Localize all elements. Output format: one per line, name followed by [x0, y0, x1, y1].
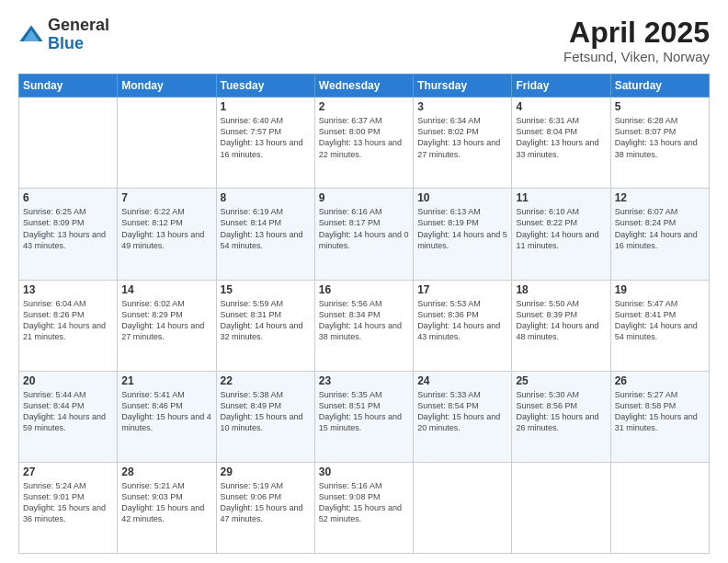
day-info: Sunrise: 6:13 AM Sunset: 8:19 PM Dayligh…: [417, 206, 507, 251]
calendar-cell: 25Sunrise: 5:30 AM Sunset: 8:56 PM Dayli…: [512, 371, 610, 462]
calendar-cell: 14Sunrise: 6:02 AM Sunset: 8:29 PM Dayli…: [118, 280, 216, 371]
day-number: 23: [319, 374, 409, 387]
logo-text: General Blue: [48, 17, 109, 53]
day-number: 29: [221, 465, 311, 478]
day-info: Sunrise: 6:31 AM Sunset: 8:04 PM Dayligh…: [516, 115, 606, 160]
calendar-cell: 18Sunrise: 5:50 AM Sunset: 8:39 PM Dayli…: [512, 280, 610, 371]
col-wednesday: Wednesday: [314, 75, 413, 98]
col-saturday: Saturday: [610, 75, 709, 98]
day-info: Sunrise: 5:16 AM Sunset: 9:08 PM Dayligh…: [319, 480, 409, 525]
day-number: 11: [516, 191, 606, 204]
day-info: Sunrise: 6:02 AM Sunset: 8:29 PM Dayligh…: [121, 298, 211, 343]
day-info: Sunrise: 6:10 AM Sunset: 8:22 PM Dayligh…: [516, 206, 606, 251]
day-number: 25: [516, 374, 606, 387]
calendar-cell: 3Sunrise: 6:34 AM Sunset: 8:02 PM Daylig…: [414, 98, 512, 189]
day-number: 12: [615, 191, 705, 204]
calendar-week-row: 1Sunrise: 6:40 AM Sunset: 7:57 PM Daylig…: [19, 98, 710, 189]
calendar-cell: 26Sunrise: 5:27 AM Sunset: 8:58 PM Dayli…: [610, 371, 709, 462]
day-number: 16: [319, 283, 409, 296]
calendar-cell: 15Sunrise: 5:59 AM Sunset: 8:31 PM Dayli…: [216, 280, 314, 371]
calendar-cell: [414, 462, 512, 553]
day-number: 30: [319, 465, 409, 478]
day-info: Sunrise: 5:38 AM Sunset: 8:49 PM Dayligh…: [221, 389, 311, 434]
calendar-cell: 28Sunrise: 5:21 AM Sunset: 9:03 PM Dayli…: [118, 462, 216, 553]
calendar-cell: 11Sunrise: 6:10 AM Sunset: 8:22 PM Dayli…: [512, 189, 610, 280]
day-info: Sunrise: 6:22 AM Sunset: 8:12 PM Dayligh…: [121, 206, 211, 251]
calendar-cell: 19Sunrise: 5:47 AM Sunset: 8:41 PM Dayli…: [610, 280, 709, 371]
calendar-cell: 8Sunrise: 6:19 AM Sunset: 8:14 PM Daylig…: [216, 189, 314, 280]
day-number: 26: [615, 374, 705, 387]
logo-icon: [18, 22, 44, 48]
calendar-week-row: 20Sunrise: 5:44 AM Sunset: 8:44 PM Dayli…: [19, 371, 710, 462]
day-number: 19: [615, 283, 705, 296]
calendar-cell: 2Sunrise: 6:37 AM Sunset: 8:00 PM Daylig…: [314, 98, 413, 189]
day-info: Sunrise: 6:28 AM Sunset: 8:07 PM Dayligh…: [615, 115, 705, 160]
day-info: Sunrise: 5:19 AM Sunset: 9:06 PM Dayligh…: [221, 480, 311, 525]
calendar-cell: 1Sunrise: 6:40 AM Sunset: 7:57 PM Daylig…: [216, 98, 314, 189]
day-number: 4: [516, 100, 606, 113]
day-number: 14: [121, 283, 211, 296]
logo: General Blue: [18, 17, 109, 53]
calendar-week-row: 13Sunrise: 6:04 AM Sunset: 8:26 PM Dayli…: [19, 280, 710, 371]
calendar-table: Sunday Monday Tuesday Wednesday Thursday…: [18, 74, 710, 554]
day-info: Sunrise: 5:47 AM Sunset: 8:41 PM Dayligh…: [615, 298, 705, 343]
calendar-header-row: Sunday Monday Tuesday Wednesday Thursday…: [19, 75, 710, 98]
calendar-cell: 4Sunrise: 6:31 AM Sunset: 8:04 PM Daylig…: [512, 98, 610, 189]
calendar-cell: 10Sunrise: 6:13 AM Sunset: 8:19 PM Dayli…: [414, 189, 512, 280]
calendar-cell: 5Sunrise: 6:28 AM Sunset: 8:07 PM Daylig…: [610, 98, 709, 189]
calendar-cell: 17Sunrise: 5:53 AM Sunset: 8:36 PM Dayli…: [414, 280, 512, 371]
day-number: 27: [23, 465, 113, 478]
calendar-week-row: 27Sunrise: 5:24 AM Sunset: 9:01 PM Dayli…: [19, 462, 710, 553]
header: General Blue April 2025 Fetsund, Viken, …: [18, 17, 710, 64]
day-number: 18: [516, 283, 606, 296]
title-block: April 2025 Fetsund, Viken, Norway: [563, 17, 710, 64]
calendar-week-row: 6Sunrise: 6:25 AM Sunset: 8:09 PM Daylig…: [19, 189, 710, 280]
calendar-cell: [512, 462, 610, 553]
day-info: Sunrise: 5:21 AM Sunset: 9:03 PM Dayligh…: [121, 480, 211, 525]
calendar-cell: 12Sunrise: 6:07 AM Sunset: 8:24 PM Dayli…: [610, 189, 709, 280]
col-thursday: Thursday: [414, 75, 512, 98]
calendar-cell: [118, 98, 216, 189]
day-number: 3: [417, 100, 507, 113]
day-info: Sunrise: 5:59 AM Sunset: 8:31 PM Dayligh…: [221, 298, 311, 343]
col-monday: Monday: [118, 75, 216, 98]
title-location: Fetsund, Viken, Norway: [563, 49, 710, 64]
day-info: Sunrise: 5:56 AM Sunset: 8:34 PM Dayligh…: [319, 298, 409, 343]
day-info: Sunrise: 5:24 AM Sunset: 9:01 PM Dayligh…: [23, 480, 113, 525]
calendar-cell: 16Sunrise: 5:56 AM Sunset: 8:34 PM Dayli…: [314, 280, 413, 371]
day-number: 10: [417, 191, 507, 204]
calendar-cell: 27Sunrise: 5:24 AM Sunset: 9:01 PM Dayli…: [19, 462, 118, 553]
day-info: Sunrise: 5:41 AM Sunset: 8:46 PM Dayligh…: [121, 389, 211, 434]
page: General Blue April 2025 Fetsund, Viken, …: [0, 0, 728, 563]
day-number: 7: [121, 191, 211, 204]
day-number: 8: [221, 191, 311, 204]
day-number: 6: [23, 191, 113, 204]
col-friday: Friday: [512, 75, 610, 98]
logo-blue: Blue: [48, 35, 109, 53]
day-number: 15: [221, 283, 311, 296]
day-info: Sunrise: 5:35 AM Sunset: 8:51 PM Dayligh…: [319, 389, 409, 434]
day-info: Sunrise: 6:37 AM Sunset: 8:00 PM Dayligh…: [319, 115, 409, 160]
day-number: 21: [121, 374, 211, 387]
calendar-cell: 20Sunrise: 5:44 AM Sunset: 8:44 PM Dayli…: [19, 371, 118, 462]
calendar-cell: 13Sunrise: 6:04 AM Sunset: 8:26 PM Dayli…: [19, 280, 118, 371]
calendar-cell: 30Sunrise: 5:16 AM Sunset: 9:08 PM Dayli…: [314, 462, 413, 553]
day-number: 2: [319, 100, 409, 113]
day-number: 20: [23, 374, 113, 387]
calendar-cell: [19, 98, 118, 189]
day-info: Sunrise: 5:50 AM Sunset: 8:39 PM Dayligh…: [516, 298, 606, 343]
calendar-cell: 22Sunrise: 5:38 AM Sunset: 8:49 PM Dayli…: [216, 371, 314, 462]
day-number: 17: [417, 283, 507, 296]
day-number: 28: [121, 465, 211, 478]
day-info: Sunrise: 6:40 AM Sunset: 7:57 PM Dayligh…: [221, 115, 311, 160]
day-number: 9: [319, 191, 409, 204]
day-info: Sunrise: 6:07 AM Sunset: 8:24 PM Dayligh…: [615, 206, 705, 251]
calendar-cell: 24Sunrise: 5:33 AM Sunset: 8:54 PM Dayli…: [414, 371, 512, 462]
day-info: Sunrise: 5:44 AM Sunset: 8:44 PM Dayligh…: [23, 389, 113, 434]
day-info: Sunrise: 6:04 AM Sunset: 8:26 PM Dayligh…: [23, 298, 113, 343]
day-info: Sunrise: 5:33 AM Sunset: 8:54 PM Dayligh…: [417, 389, 507, 434]
day-number: 13: [23, 283, 113, 296]
calendar-cell: 7Sunrise: 6:22 AM Sunset: 8:12 PM Daylig…: [118, 189, 216, 280]
calendar-cell: [610, 462, 709, 553]
calendar-cell: 6Sunrise: 6:25 AM Sunset: 8:09 PM Daylig…: [19, 189, 118, 280]
